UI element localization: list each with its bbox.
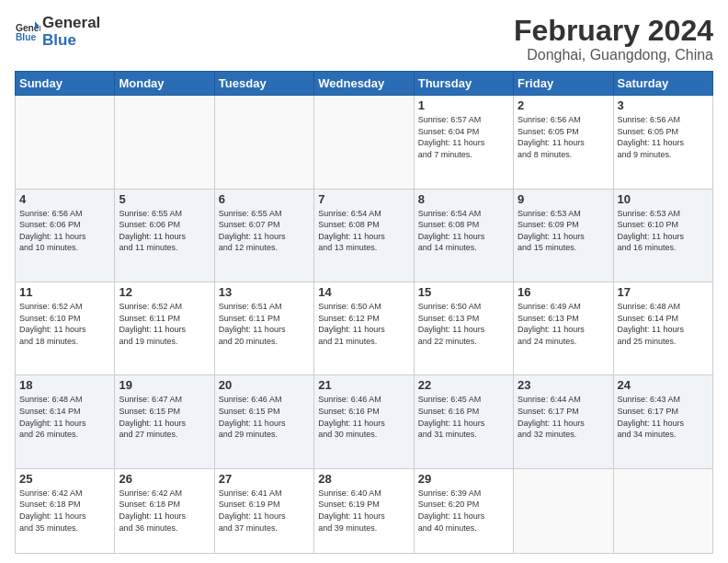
calendar-cell [16,96,115,189]
calendar-cell: 9Sunrise: 6:53 AM Sunset: 6:09 PM Daylig… [514,189,613,282]
day-info: Sunrise: 6:55 AM Sunset: 6:06 PM Dayligh… [119,208,210,254]
day-number: 9 [518,192,609,206]
day-info: Sunrise: 6:48 AM Sunset: 6:14 PM Dayligh… [618,301,709,347]
calendar-cell: 18Sunrise: 6:48 AM Sunset: 6:14 PM Dayli… [16,375,115,468]
day-number: 16 [518,285,609,299]
day-number: 15 [418,285,509,299]
calendar-cell: 8Sunrise: 6:54 AM Sunset: 6:08 PM Daylig… [414,189,513,282]
calendar-cell: 13Sunrise: 6:51 AM Sunset: 6:11 PM Dayli… [214,282,313,375]
calendar-cell: 17Sunrise: 6:48 AM Sunset: 6:14 PM Dayli… [613,282,712,375]
logo-line2: Blue [42,32,100,50]
day-info: Sunrise: 6:57 AM Sunset: 6:04 PM Dayligh… [418,114,509,160]
calendar-week-row: 1Sunrise: 6:57 AM Sunset: 6:04 PM Daylig… [16,96,713,189]
svg-text:Blue: Blue [16,32,37,42]
day-number: 14 [318,285,409,299]
day-info: Sunrise: 6:53 AM Sunset: 6:09 PM Dayligh… [518,208,609,254]
calendar-cell: 24Sunrise: 6:43 AM Sunset: 6:17 PM Dayli… [613,375,712,468]
calendar-cell [115,96,214,189]
header: General Blue General Blue February 2024 … [15,15,713,63]
day-number: 22 [418,378,509,392]
header-friday: Friday [514,72,613,96]
calendar-cell: 22Sunrise: 6:45 AM Sunset: 6:16 PM Dayli… [414,375,513,468]
day-info: Sunrise: 6:45 AM Sunset: 6:16 PM Dayligh… [418,394,509,440]
calendar-cell: 2Sunrise: 6:56 AM Sunset: 6:05 PM Daylig… [514,96,613,189]
day-number: 21 [318,378,409,392]
day-info: Sunrise: 6:42 AM Sunset: 6:18 PM Dayligh… [19,488,110,534]
calendar-cell: 7Sunrise: 6:54 AM Sunset: 6:08 PM Daylig… [314,189,414,282]
calendar-cell: 29Sunrise: 6:39 AM Sunset: 6:20 PM Dayli… [414,468,513,553]
day-info: Sunrise: 6:56 AM Sunset: 6:06 PM Dayligh… [19,208,110,254]
day-info: Sunrise: 6:44 AM Sunset: 6:17 PM Dayligh… [518,394,609,440]
month-title: February 2024 [514,15,713,47]
header-wednesday: Wednesday [314,72,414,96]
calendar-week-row: 18Sunrise: 6:48 AM Sunset: 6:14 PM Dayli… [16,375,713,468]
day-info: Sunrise: 6:40 AM Sunset: 6:19 PM Dayligh… [318,488,409,534]
day-info: Sunrise: 6:56 AM Sunset: 6:05 PM Dayligh… [518,114,609,160]
day-number: 5 [119,192,210,206]
calendar-cell: 4Sunrise: 6:56 AM Sunset: 6:06 PM Daylig… [16,189,115,282]
calendar-cell: 11Sunrise: 6:52 AM Sunset: 6:10 PM Dayli… [16,282,115,375]
day-info: Sunrise: 6:42 AM Sunset: 6:18 PM Dayligh… [119,488,210,534]
calendar-cell [613,468,712,553]
day-info: Sunrise: 6:54 AM Sunset: 6:08 PM Dayligh… [318,208,409,254]
calendar-cell: 19Sunrise: 6:47 AM Sunset: 6:15 PM Dayli… [115,375,214,468]
calendar-cell [214,96,313,189]
day-number: 29 [418,472,509,486]
day-info: Sunrise: 6:56 AM Sunset: 6:05 PM Dayligh… [618,114,709,160]
day-number: 7 [318,192,409,206]
day-info: Sunrise: 6:50 AM Sunset: 6:13 PM Dayligh… [418,301,509,347]
calendar-cell: 21Sunrise: 6:46 AM Sunset: 6:16 PM Dayli… [314,375,414,468]
day-number: 24 [618,378,709,392]
day-info: Sunrise: 6:46 AM Sunset: 6:16 PM Dayligh… [318,394,409,440]
day-info: Sunrise: 6:43 AM Sunset: 6:17 PM Dayligh… [618,394,709,440]
calendar-cell [514,468,613,553]
day-number: 25 [19,472,110,486]
header-tuesday: Tuesday [214,72,313,96]
header-saturday: Saturday [613,72,712,96]
day-number: 11 [19,285,110,299]
day-number: 12 [119,285,210,299]
day-info: Sunrise: 6:39 AM Sunset: 6:20 PM Dayligh… [418,488,509,534]
header-monday: Monday [115,72,214,96]
day-info: Sunrise: 6:55 AM Sunset: 6:07 PM Dayligh… [219,208,310,254]
logo-icon: General Blue [15,19,40,45]
page: General Blue General Blue February 2024 … [0,0,728,563]
calendar-cell: 15Sunrise: 6:50 AM Sunset: 6:13 PM Dayli… [414,282,513,375]
location: Donghai, Guangdong, China [514,47,713,63]
day-info: Sunrise: 6:41 AM Sunset: 6:19 PM Dayligh… [219,488,310,534]
day-number: 3 [618,98,709,112]
day-info: Sunrise: 6:49 AM Sunset: 6:13 PM Dayligh… [518,301,609,347]
day-info: Sunrise: 6:51 AM Sunset: 6:11 PM Dayligh… [219,301,310,347]
day-number: 18 [19,378,110,392]
calendar-header-row: SundayMondayTuesdayWednesdayThursdayFrid… [16,72,713,96]
day-info: Sunrise: 6:52 AM Sunset: 6:11 PM Dayligh… [119,301,210,347]
calendar-cell: 1Sunrise: 6:57 AM Sunset: 6:04 PM Daylig… [414,96,513,189]
day-info: Sunrise: 6:47 AM Sunset: 6:15 PM Dayligh… [119,394,210,440]
day-number: 23 [518,378,609,392]
calendar-week-row: 25Sunrise: 6:42 AM Sunset: 6:18 PM Dayli… [16,468,713,553]
day-number: 27 [219,472,310,486]
calendar-cell: 3Sunrise: 6:56 AM Sunset: 6:05 PM Daylig… [613,96,712,189]
calendar-cell: 12Sunrise: 6:52 AM Sunset: 6:11 PM Dayli… [115,282,214,375]
day-info: Sunrise: 6:53 AM Sunset: 6:10 PM Dayligh… [618,208,709,254]
day-number: 26 [119,472,210,486]
calendar-cell: 28Sunrise: 6:40 AM Sunset: 6:19 PM Dayli… [314,468,414,553]
calendar-cell: 20Sunrise: 6:46 AM Sunset: 6:15 PM Dayli… [214,375,313,468]
calendar-cell: 6Sunrise: 6:55 AM Sunset: 6:07 PM Daylig… [214,189,313,282]
day-number: 1 [418,98,509,112]
calendar-cell [314,96,414,189]
header-thursday: Thursday [414,72,513,96]
calendar-cell: 26Sunrise: 6:42 AM Sunset: 6:18 PM Dayli… [115,468,214,553]
day-info: Sunrise: 6:52 AM Sunset: 6:10 PM Dayligh… [19,301,110,347]
day-number: 28 [318,472,409,486]
calendar-cell: 27Sunrise: 6:41 AM Sunset: 6:19 PM Dayli… [214,468,313,553]
day-number: 2 [518,98,609,112]
day-number: 6 [219,192,310,206]
calendar-cell: 16Sunrise: 6:49 AM Sunset: 6:13 PM Dayli… [514,282,613,375]
day-number: 10 [618,192,709,206]
calendar-cell: 14Sunrise: 6:50 AM Sunset: 6:12 PM Dayli… [314,282,414,375]
day-info: Sunrise: 6:50 AM Sunset: 6:12 PM Dayligh… [318,301,409,347]
day-info: Sunrise: 6:46 AM Sunset: 6:15 PM Dayligh… [219,394,310,440]
day-info: Sunrise: 6:54 AM Sunset: 6:08 PM Dayligh… [418,208,509,254]
day-number: 17 [618,285,709,299]
